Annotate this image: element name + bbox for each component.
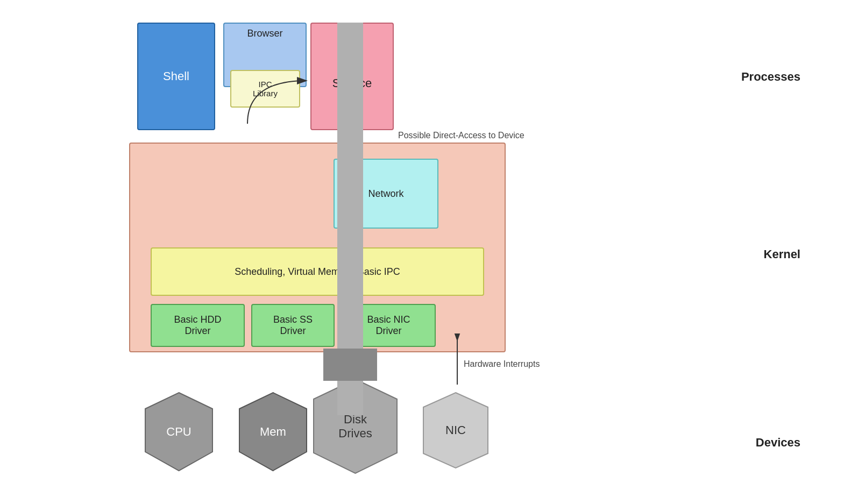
direct-access-annotation: Possible Direct-Access to Device — [398, 131, 524, 140]
scheduling-box: Scheduling, Virtual Memory, Basic IPC — [151, 247, 484, 296]
nic-label: NIC — [415, 390, 496, 471]
hw-interrupt-arrow — [441, 333, 473, 387]
shell-label: Shell — [163, 69, 189, 83]
cpu-label: CPU — [137, 390, 221, 473]
driver-nic-label: Basic NIC Driver — [367, 314, 410, 337]
devices-label: Devices — [756, 436, 800, 450]
driver-ssd-box: Basic SS Driver — [251, 304, 335, 347]
hw-interrupts-annotation: Hardware Interrupts — [464, 359, 540, 369]
scheduling-label: Scheduling, Virtual Memory, Basic IPC — [235, 266, 400, 278]
diagram: Processes Kernel Devices Network Schedul… — [0, 0, 865, 504]
curved-arrow — [199, 70, 360, 156]
driver-hdd-box: Basic HDD Driver — [151, 304, 245, 347]
browser-label: Browser — [247, 28, 282, 39]
mem-label: Mem — [231, 390, 315, 473]
driver-hdd-label: Basic HDD Driver — [174, 314, 221, 337]
down-arrow — [323, 349, 377, 381]
driver-ssd-label: Basic SS Driver — [273, 314, 313, 337]
network-label: Network — [368, 188, 403, 200]
processes-label: Processes — [741, 70, 800, 84]
kernel-label: Kernel — [764, 247, 800, 261]
